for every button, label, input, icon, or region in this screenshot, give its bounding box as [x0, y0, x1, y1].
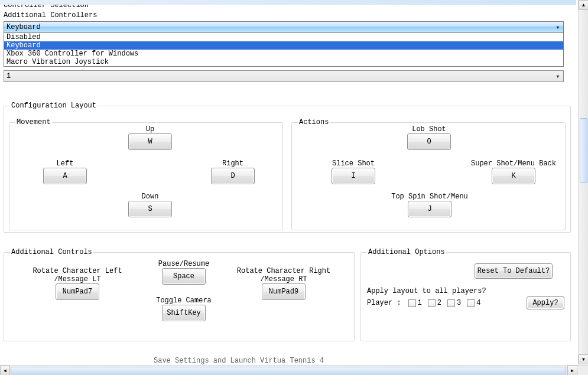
apply-prompt: Apply layout to all players? [367, 287, 564, 295]
actions-group: Actions Lob Shot O Slice Shot I Super Sh… [291, 118, 566, 230]
down-label: Down [126, 193, 174, 201]
lob-key-button[interactable]: O [407, 133, 451, 150]
rotate-left-label: Rotate Character Left /Message LT [30, 267, 125, 283]
additional-options-legend: Additional Options [367, 248, 446, 256]
left-key-button[interactable]: A [43, 168, 87, 184]
rotate-right-key-button[interactable]: NumPad9 [262, 283, 306, 300]
scroll-up-icon[interactable]: ▲ [579, 0, 588, 10]
scroll-right-icon[interactable]: ▶ [567, 366, 577, 375]
movement-group: Movement Up W Left A Right D Down S [9, 118, 283, 230]
lob-label: Lob Shot [394, 125, 464, 133]
top-label: Top Spin Shot/Menu [385, 193, 474, 201]
right-label: Right [209, 159, 256, 168]
super-key-button[interactable]: K [492, 168, 535, 184]
super-label: Super Shot/Menu Back [469, 159, 558, 168]
player-index-dropdown[interactable]: 1 ▼ [4, 70, 564, 82]
player-index-value: 1 [7, 72, 11, 80]
right-key-button[interactable]: D [211, 168, 255, 184]
actions-legend: Actions [298, 118, 330, 126]
vertical-scrollbar[interactable]: ▲ ▼ [578, 0, 588, 364]
additional-controllers-label: Additional Controllers [4, 11, 564, 19]
controller-dropdown[interactable]: Keyboard ▼ [4, 21, 564, 33]
chevron-down-icon: ▼ [553, 71, 563, 81]
configuration-layout-group: Configuration Layout Movement Up W Left … [4, 102, 571, 233]
scroll-down-icon[interactable]: ▼ [579, 354, 588, 364]
player-3-checkbox[interactable]: 3 [447, 299, 461, 307]
additional-options-group: Additional Options Reset To Default? App… [360, 248, 571, 341]
rotate-right-label: Rotate Character Right /Message RT [233, 267, 334, 283]
chevron-down-icon: ▼ [553, 22, 563, 32]
controller-option-keyboard[interactable]: Keyboard [4, 41, 563, 50]
controller-option-xbox360[interactable]: Xbox 360 Controller for Windows [4, 50, 563, 58]
top-key-button[interactable]: J [408, 201, 451, 217]
scrollbar-corner [578, 366, 588, 375]
player-4-checkbox[interactable]: 4 [467, 299, 480, 307]
apply-button[interactable]: Apply? [527, 296, 564, 309]
scroll-left-icon[interactable]: ◀ [0, 366, 10, 375]
configuration-layout-legend: Configuration Layout [10, 102, 98, 110]
horizontal-scrollbar[interactable]: ◀ ▶ [0, 365, 588, 375]
pause-key-button[interactable]: Space [162, 268, 206, 285]
additional-controls-legend: Additional Controls [10, 248, 93, 256]
up-label: Up [126, 125, 174, 133]
player-label: Player : [367, 299, 401, 307]
player-1-checkbox[interactable]: 1 [408, 299, 422, 307]
rotate-left-key-button[interactable]: NumPad7 [56, 283, 99, 300]
slice-key-button[interactable]: I [332, 168, 375, 184]
controller-dropdown-list[interactable]: Disabled Keyboard Xbox 360 Controller fo… [4, 33, 564, 67]
reset-to-default-button[interactable]: Reset To Default? [475, 263, 553, 279]
controller-dropdown-value: Keyboard [7, 23, 41, 31]
additional-controls-group: Additional Controls Rotate Character Lef… [4, 248, 355, 341]
toggle-camera-key-button[interactable]: ShiftKey [162, 305, 206, 321]
player-2-checkbox[interactable]: 2 [428, 299, 441, 307]
pause-label: Pause/Resume [148, 260, 219, 268]
controller-option-disabled[interactable]: Disabled [4, 33, 563, 41]
movement-legend: Movement [15, 118, 52, 126]
left-label: Left [41, 159, 89, 168]
up-key-button[interactable]: W [128, 133, 172, 150]
toggle-camera-label: Toggle Camera [148, 296, 219, 305]
controller-option-macro-vibration[interactable]: Macro Vibration Joystick [4, 58, 563, 66]
down-key-button[interactable]: S [128, 201, 172, 217]
slice-label: Slice Shot [318, 159, 389, 168]
save-and-launch-button[interactable]: Save Settings and Launch Virtua Tennis 4 [154, 357, 324, 365]
horizontal-scroll-thumb[interactable] [11, 367, 566, 374]
vertical-scroll-thumb[interactable] [580, 118, 587, 183]
